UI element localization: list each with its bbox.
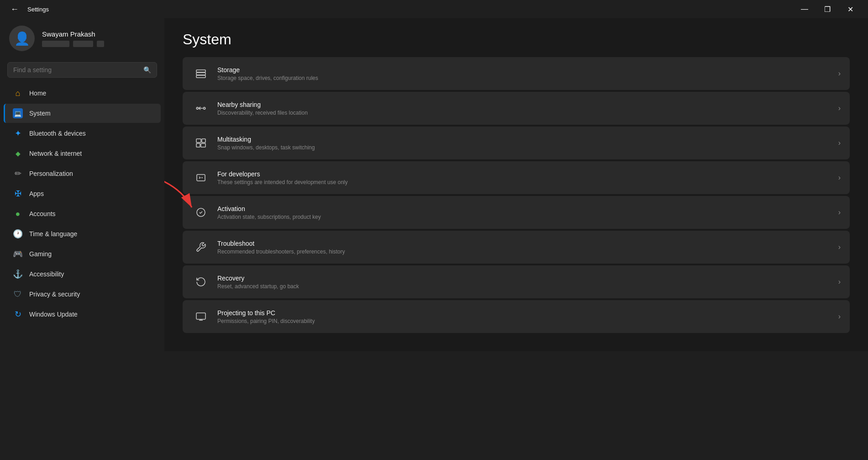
recovery-title: Recovery <box>217 275 831 282</box>
user-name: Swayam Prakash <box>42 30 104 38</box>
svg-rect-9 <box>197 174 205 181</box>
window-controls: — ❐ ✕ <box>794 2 861 16</box>
settings-item-multitasking[interactable]: Multitasking Snap windows, desktops, tas… <box>183 127 850 159</box>
nav-label-accounts: Accounts <box>29 210 56 217</box>
personalization-icon: ✏ <box>13 169 23 179</box>
nav-item-bluetooth[interactable]: ✦ Bluetooth & devices <box>4 124 161 143</box>
storage-icon <box>192 64 210 83</box>
gaming-icon: 🎮 <box>13 249 23 259</box>
nav-label-accessibility: Accessibility <box>29 270 64 278</box>
badge-1 <box>42 41 69 47</box>
nav-item-home[interactable]: ⌂ Home <box>4 84 161 103</box>
settings-item-for-developers[interactable]: For developers These settings are intend… <box>183 161 850 194</box>
troubleshoot-title: Troubleshoot <box>217 240 831 247</box>
activation-title: Activation <box>217 205 831 212</box>
sidebar: 👤 Swayam Prakash 🔍 ⌂ Home 💻 System <box>0 18 164 460</box>
nav-item-personalization[interactable]: ✏ Personalization <box>4 164 161 183</box>
app-title: Settings <box>27 6 49 13</box>
settings-item-storage[interactable]: Storage Storage space, drives, configura… <box>183 57 850 90</box>
user-icon: 👤 <box>14 31 30 46</box>
nav-item-accounts[interactable]: ● Accounts <box>4 204 161 223</box>
svg-rect-7 <box>196 143 200 147</box>
svg-rect-2 <box>196 75 205 78</box>
recovery-arrow: › <box>838 278 841 286</box>
settings-item-activation[interactable]: Activation Activation state, subscriptio… <box>183 196 850 229</box>
for-developers-text: For developers These settings are intend… <box>217 170 831 185</box>
user-section: 👤 Swayam Prakash <box>0 18 164 60</box>
for-developers-desc: These settings are intended for developm… <box>217 179 831 185</box>
storage-arrow: › <box>838 69 841 78</box>
nav-item-gaming[interactable]: 🎮 Gaming <box>4 244 161 264</box>
for-developers-arrow: › <box>838 174 841 182</box>
search-input[interactable] <box>13 66 140 74</box>
activation-icon <box>192 203 210 222</box>
title-bar-left: ← Settings <box>7 2 49 16</box>
nav-item-time[interactable]: 🕐 Time & language <box>4 224 161 243</box>
settings-list: Storage Storage space, drives, configura… <box>183 57 850 333</box>
maximize-button[interactable]: ❐ <box>817 2 838 16</box>
search-icon: 🔍 <box>143 66 151 74</box>
svg-rect-1 <box>196 73 205 75</box>
nav-label-network: Network & internet <box>29 150 82 157</box>
title-bar: ← Settings — ❐ ✕ <box>0 0 868 18</box>
for-developers-icon <box>192 169 210 187</box>
home-icon: ⌂ <box>13 88 23 98</box>
storage-desc: Storage space, drives, configuration rul… <box>217 75 831 81</box>
multitasking-title: Multitasking <box>217 136 831 143</box>
nav-label-update: Windows Update <box>29 311 78 318</box>
main-content: System Storage Storage space, drives, co… <box>164 18 868 351</box>
projecting-icon <box>192 307 210 326</box>
nearby-sharing-title: Nearby sharing <box>217 101 831 108</box>
nearby-sharing-icon <box>192 99 210 117</box>
minimize-button[interactable]: — <box>794 2 815 16</box>
nav-item-update[interactable]: ↻ Windows Update <box>4 305 161 324</box>
apps-icon: ✠ <box>13 189 23 199</box>
troubleshoot-desc: Recommended troubleshooters, preferences… <box>217 249 831 255</box>
nav-item-network[interactable]: ◆ Network & internet <box>4 144 161 163</box>
nav-label-apps: Apps <box>29 190 44 197</box>
for-developers-title: For developers <box>217 170 831 178</box>
recovery-text: Recovery Reset, advanced startup, go bac… <box>217 275 831 290</box>
badge-3 <box>97 41 104 47</box>
svg-point-4 <box>196 107 198 109</box>
nav-item-accessibility[interactable]: ⚓ Accessibility <box>4 264 161 284</box>
nav-label-personalization: Personalization <box>29 170 73 177</box>
svg-point-3 <box>203 107 205 109</box>
nearby-sharing-text: Nearby sharing Discoverability, received… <box>217 101 831 116</box>
settings-item-nearby-sharing[interactable]: Nearby sharing Discoverability, received… <box>183 92 850 125</box>
search-box[interactable]: 🔍 <box>7 62 157 78</box>
projecting-text: Projecting to this PC Permissions, pairi… <box>217 309 831 324</box>
nearby-sharing-desc: Discoverability, received files location <box>217 110 831 116</box>
svg-rect-6 <box>202 139 205 143</box>
bluetooth-icon: ✦ <box>13 128 23 138</box>
multitasking-desc: Snap windows, desktops, task switching <box>217 144 831 151</box>
nav-item-apps[interactable]: ✠ Apps <box>4 184 161 203</box>
troubleshoot-text: Troubleshoot Recommended troubleshooters… <box>217 240 831 255</box>
back-button[interactable]: ← <box>7 2 22 16</box>
nav-item-privacy[interactable]: 🛡 Privacy & security <box>4 285 161 304</box>
nav-item-system[interactable]: 💻 System <box>4 104 161 123</box>
projecting-arrow: › <box>838 312 841 321</box>
multitasking-icon <box>192 134 210 152</box>
nav-label-privacy: Privacy & security <box>29 291 80 298</box>
avatar: 👤 <box>9 26 35 51</box>
settings-item-projecting[interactable]: Projecting to this PC Permissions, pairi… <box>183 300 850 333</box>
nav-label-gaming: Gaming <box>29 250 52 258</box>
close-button[interactable]: ✕ <box>840 2 861 16</box>
settings-item-recovery[interactable]: Recovery Reset, advanced startup, go bac… <box>183 265 850 298</box>
settings-item-troubleshoot[interactable]: Troubleshoot Recommended troubleshooters… <box>183 231 850 264</box>
projecting-desc: Permissions, pairing PIN, discoverabilit… <box>217 318 831 324</box>
recovery-desc: Reset, advanced startup, go back <box>217 283 831 290</box>
nav-label-time: Time & language <box>29 230 77 238</box>
svg-rect-0 <box>196 70 205 72</box>
nav-label-system: System <box>29 110 51 117</box>
nav-label-bluetooth: Bluetooth & devices <box>29 130 86 137</box>
user-badges <box>42 41 104 47</box>
svg-rect-15 <box>196 313 205 319</box>
update-icon: ↻ <box>13 309 23 319</box>
svg-rect-8 <box>201 143 205 147</box>
nav-label-home: Home <box>29 90 46 97</box>
badge-2 <box>73 41 93 47</box>
activation-arrow: › <box>838 208 841 217</box>
troubleshoot-arrow: › <box>838 243 841 251</box>
